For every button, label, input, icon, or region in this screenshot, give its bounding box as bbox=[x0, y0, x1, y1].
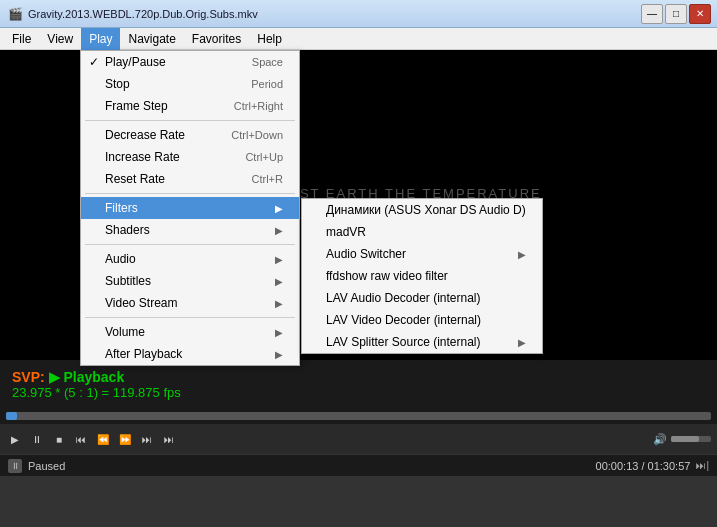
menu-video-stream-label: Video Stream bbox=[105, 296, 275, 310]
submenu-ffdshow[interactable]: ffdshow raw video filter bbox=[302, 265, 542, 287]
volume-icon[interactable]: 🔊 bbox=[653, 433, 667, 446]
madvr-label: madVR bbox=[326, 225, 526, 239]
menu-filters[interactable]: Filters ▶ bbox=[81, 197, 299, 219]
audio-switcher-arrow-icon: ▶ bbox=[518, 249, 526, 260]
volume-arrow-icon: ▶ bbox=[275, 327, 283, 338]
status-text: Paused bbox=[28, 460, 65, 472]
menu-audio-label: Audio bbox=[105, 252, 275, 266]
volume-fill bbox=[671, 436, 699, 442]
menu-frame-step-shortcut: Ctrl+Right bbox=[234, 100, 283, 112]
menu-navigate[interactable]: Navigate bbox=[120, 28, 183, 50]
menu-subtitles[interactable]: Subtitles ▶ bbox=[81, 270, 299, 292]
menu-shaders-label: Shaders bbox=[105, 223, 275, 237]
menu-play-pause-label: Play/Pause bbox=[105, 55, 232, 69]
menu-decrease-rate-label: Decrease Rate bbox=[105, 128, 211, 142]
separator-3 bbox=[85, 244, 295, 245]
next-frame-button[interactable]: ⏭ bbox=[138, 428, 156, 450]
menu-shaders[interactable]: Shaders ▶ bbox=[81, 219, 299, 241]
menu-play[interactable]: Play bbox=[81, 28, 120, 50]
checkmark-icon: ✓ bbox=[89, 55, 105, 69]
progress-track[interactable] bbox=[6, 412, 711, 420]
menu-play-pause[interactable]: ✓ Play/Pause Space bbox=[81, 51, 299, 73]
progress-fill bbox=[6, 412, 17, 420]
menu-increase-rate-label: Increase Rate bbox=[105, 150, 225, 164]
menu-reset-rate-shortcut: Ctrl+R bbox=[252, 173, 283, 185]
status-icon: ⏸ bbox=[8, 459, 22, 473]
menu-stop-shortcut: Period bbox=[251, 78, 283, 90]
volume-track[interactable] bbox=[671, 436, 711, 442]
menu-subtitles-label: Subtitles bbox=[105, 274, 275, 288]
svp-line1: SVP: ▶ Playback bbox=[12, 369, 705, 385]
menu-reset-rate-label: Reset Rate bbox=[105, 172, 232, 186]
stop-button[interactable]: ■ bbox=[50, 428, 68, 450]
minimize-button[interactable]: — bbox=[641, 4, 663, 24]
shaders-arrow-icon: ▶ bbox=[275, 225, 283, 236]
menu-favorites[interactable]: Favorites bbox=[184, 28, 249, 50]
menu-after-playback-label: After Playback bbox=[105, 347, 275, 361]
menu-volume[interactable]: Volume ▶ bbox=[81, 321, 299, 343]
video-stream-arrow-icon: ▶ bbox=[275, 298, 283, 309]
submenu-madvr[interactable]: madVR bbox=[302, 221, 542, 243]
submenu-audio-switcher[interactable]: Audio Switcher ▶ bbox=[302, 243, 542, 265]
menu-play-pause-shortcut: Space bbox=[252, 56, 283, 68]
filters-arrow-icon: ▶ bbox=[275, 203, 283, 214]
separator-4 bbox=[85, 317, 295, 318]
speed-badge: ⏭| bbox=[696, 460, 709, 471]
separator-2 bbox=[85, 193, 295, 194]
menu-decrease-rate[interactable]: Decrease Rate Ctrl+Down bbox=[81, 124, 299, 146]
menu-volume-label: Volume bbox=[105, 325, 275, 339]
menu-bar: File View Play Navigate Favorites Help bbox=[0, 28, 717, 50]
lav-video-label: LAV Video Decoder (internal) bbox=[326, 313, 526, 327]
progress-area[interactable] bbox=[0, 408, 717, 424]
menu-audio[interactable]: Audio ▶ bbox=[81, 248, 299, 270]
menu-file[interactable]: File bbox=[4, 28, 39, 50]
time-display: 00:00:13 / 01:30:57 bbox=[596, 460, 691, 472]
menu-increase-rate[interactable]: Increase Rate Ctrl+Up bbox=[81, 146, 299, 168]
play-menu: ✓ Play/Pause Space Stop Period Frame Ste… bbox=[80, 50, 300, 366]
submenu-lav-video[interactable]: LAV Video Decoder (internal) bbox=[302, 309, 542, 331]
subtitles-arrow-icon: ▶ bbox=[275, 276, 283, 287]
menu-stop-label: Stop bbox=[105, 77, 231, 91]
audio-switcher-label: Audio Switcher bbox=[326, 247, 518, 261]
svp-status: SVP: ▶ Playback 23.975 * (5 : 1) = 119.8… bbox=[0, 360, 717, 408]
status-bar: ⏸ Paused 00:00:13 / 01:30:57 ⏭| bbox=[0, 454, 717, 476]
submenu-asus-audio[interactable]: Динамики (ASUS Xonar DS Audio D) bbox=[302, 199, 542, 221]
separator-1 bbox=[85, 120, 295, 121]
menu-help[interactable]: Help bbox=[249, 28, 290, 50]
title-bar: 🎬 Gravity.2013.WEBDL.720p.Dub.Orig.Subs.… bbox=[0, 0, 717, 28]
app-icon: 🎬 bbox=[8, 6, 24, 22]
step-button[interactable]: ⏭ bbox=[160, 428, 178, 450]
next-button[interactable]: ⏩ bbox=[116, 428, 134, 450]
volume-area: 🔊 bbox=[653, 433, 711, 446]
menu-after-playback[interactable]: After Playback ▶ bbox=[81, 343, 299, 365]
controls-bar: ▶ ⏸ ■ ⏮ ⏪ ⏩ ⏭ ⏭ 🔊 bbox=[0, 424, 717, 454]
prev-button[interactable]: ⏪ bbox=[94, 428, 112, 450]
maximize-button[interactable]: □ bbox=[665, 4, 687, 24]
filters-submenu: Динамики (ASUS Xonar DS Audio D) madVR A… bbox=[301, 198, 543, 354]
asus-audio-label: Динамики (ASUS Xonar DS Audio D) bbox=[326, 203, 526, 217]
menu-stop[interactable]: Stop Period bbox=[81, 73, 299, 95]
window-title: Gravity.2013.WEBDL.720p.Dub.Orig.Subs.mk… bbox=[28, 8, 641, 20]
pause-button[interactable]: ⏸ bbox=[28, 428, 46, 450]
after-playback-arrow-icon: ▶ bbox=[275, 349, 283, 360]
lav-splitter-arrow-icon: ▶ bbox=[518, 337, 526, 348]
menu-filters-label: Filters bbox=[105, 201, 275, 215]
lav-splitter-label: LAV Splitter Source (internal) bbox=[326, 335, 518, 349]
svp-fps-line: 23.975 * (5 : 1) = 119.875 fps bbox=[12, 385, 705, 400]
ffdshow-label: ffdshow raw video filter bbox=[326, 269, 526, 283]
menu-decrease-rate-shortcut: Ctrl+Down bbox=[231, 129, 283, 141]
menu-increase-rate-shortcut: Ctrl+Up bbox=[245, 151, 283, 163]
menu-reset-rate[interactable]: Reset Rate Ctrl+R bbox=[81, 168, 299, 190]
submenu-lav-splitter[interactable]: LAV Splitter Source (internal) ▶ bbox=[302, 331, 542, 353]
close-button[interactable]: ✕ bbox=[689, 4, 711, 24]
play-button[interactable]: ▶ bbox=[6, 428, 24, 450]
menu-video-stream[interactable]: Video Stream ▶ bbox=[81, 292, 299, 314]
submenu-lav-audio[interactable]: LAV Audio Decoder (internal) bbox=[302, 287, 542, 309]
window-controls: — □ ✕ bbox=[641, 4, 711, 24]
menu-view[interactable]: View bbox=[39, 28, 81, 50]
menu-frame-step[interactable]: Frame Step Ctrl+Right bbox=[81, 95, 299, 117]
audio-arrow-icon: ▶ bbox=[275, 254, 283, 265]
menu-frame-step-label: Frame Step bbox=[105, 99, 214, 113]
lav-audio-label: LAV Audio Decoder (internal) bbox=[326, 291, 526, 305]
prev-frame-button[interactable]: ⏮ bbox=[72, 428, 90, 450]
